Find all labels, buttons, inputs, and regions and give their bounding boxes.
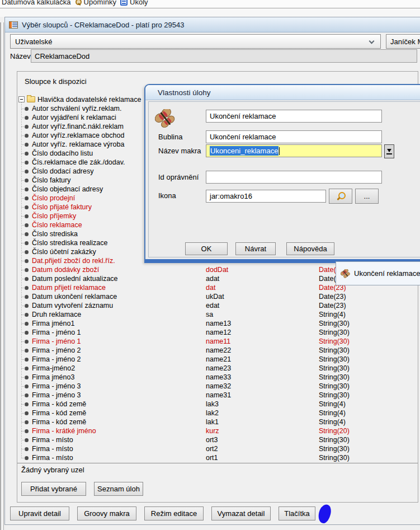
- table-row[interactable]: Datum vytvoření záznamuedatDate(23): [17, 301, 418, 310]
- tree-item-label: Dat.přijetí zboží do rekl.říz.: [32, 257, 115, 265]
- table-row[interactable]: Firma - místoort2String(30): [17, 444, 418, 453]
- menu-label: Datumová kalkulačka: [2, 0, 71, 6]
- tree-item-label: Datum poslední aktualizace: [32, 275, 118, 283]
- buttons-button[interactable]: Tlačítka: [279, 506, 315, 520]
- bullet-icon: [25, 331, 29, 335]
- macro-dropdown-button[interactable]: [384, 144, 394, 158]
- tree-root-label: Hlavička dodavatelské reklamace: [37, 96, 141, 104]
- collapse-expander-icon[interactable]: [18, 96, 25, 102]
- column-name: name31: [206, 391, 231, 399]
- tree-item-label: Firma - jméno 1: [32, 337, 81, 345]
- table-row[interactable]: Firma jméno1name13String(30): [17, 319, 418, 328]
- table-row[interactable]: Datum ukončení reklamaceukDatDate(23): [17, 292, 418, 301]
- column-type: String(30): [319, 445, 350, 453]
- column-type: String(30): [319, 346, 350, 354]
- table-row[interactable]: Druh reklamacesaString(4): [17, 310, 418, 319]
- column-name: name22: [206, 346, 231, 354]
- chevron-down-icon: [369, 39, 375, 44]
- background-window-edge: [0, 22, 4, 530]
- icon-label: Ikona: [158, 191, 176, 200]
- icon-field[interactable]: jar:omakro16: [206, 190, 326, 203]
- return-button[interactable]: Návrat: [235, 242, 276, 255]
- table-row[interactable]: Firma jméno3name33String(30): [17, 373, 418, 382]
- tree-item-label: Autor schválení vyříz.reklam.: [32, 105, 121, 112]
- tree-item-label: Autor vyříz.reklamace obchod: [32, 132, 124, 139]
- icon-browse-button[interactable]: ...: [355, 189, 379, 204]
- menu-item-upominky[interactable]: Upomínky: [75, 0, 117, 6]
- user-value: Janíček Mi: [390, 37, 420, 46]
- table-icon: [9, 21, 18, 29]
- column-type: String(30): [319, 436, 350, 444]
- table-row[interactable]: Firma - místoort1String(30): [17, 453, 418, 462]
- edit-mode-button[interactable]: Režim editace: [144, 506, 204, 520]
- tree-item-label: Čís.reklamace dle zák./dodav.: [32, 158, 125, 166]
- bullet-icon: [25, 322, 29, 326]
- edit-detail-button[interactable]: Upravit detail: [10, 506, 69, 520]
- table-row[interactable]: Firma - jméno 3name31String(30): [17, 391, 418, 400]
- tasks-icon: [120, 0, 128, 6]
- column-name: name12: [206, 329, 231, 336]
- table-row[interactable]: Firma-jméno2name23String(30): [17, 364, 418, 373]
- task-name-value: Ukončení reklamace: [210, 112, 276, 120]
- add-selected-button[interactable]: Přidat vybrané: [21, 482, 86, 496]
- table-row[interactable]: Firma - jméno 3name32String(30): [17, 382, 418, 391]
- table-row[interactable]: Firma - jméno 1name12String(30): [17, 328, 418, 337]
- window-titlebar[interactable]: Výběr sloupců - CReklamaceDod - platí pr…: [5, 17, 420, 32]
- name-field[interactable]: CReklamaceDod: [31, 49, 417, 63]
- help-button[interactable]: Nápověda: [286, 242, 334, 255]
- task-list-button[interactable]: Seznam úloh: [94, 482, 143, 496]
- bullet-icon: [25, 358, 29, 362]
- column-type: String(30): [319, 364, 350, 372]
- bublina-field[interactable]: Ukončení reklamace: [206, 130, 382, 143]
- tree-item-label: Číslo dodacího listu: [32, 149, 93, 157]
- tree-item-label: Firma - krátké jméno: [32, 427, 96, 435]
- dialog-titlebar[interactable]: Vlastnosti úlohy: [145, 85, 420, 100]
- table-row[interactable]: Firma - kód zemělak2String(4): [17, 409, 418, 418]
- bullet-icon: [25, 232, 29, 236]
- task-tooltip: Ukončení reklamace: [336, 261, 420, 285]
- tree-item-label: Číslo strediska realizace: [32, 239, 107, 247]
- table-row[interactable]: Firma - jméno 1name11String(30): [17, 337, 418, 346]
- permission-id-label: Id oprávnění: [158, 173, 199, 181]
- column-name: lak3: [206, 400, 219, 408]
- tree-item-label: Firma jméno1: [32, 320, 74, 327]
- background-strip: [0, 8, 420, 17]
- bullet-icon: [25, 259, 29, 263]
- table-row[interactable]: Firma - místoort3String(30): [17, 435, 418, 444]
- column-type: String(4): [319, 409, 346, 417]
- groovy-macros-button[interactable]: Groovy makra: [77, 506, 136, 520]
- column-name: name13: [206, 320, 231, 327]
- permission-id-field[interactable]: [206, 171, 382, 184]
- magnifier-icon: [75, 0, 82, 6]
- tree-item-label: Číslo faktury: [32, 176, 70, 184]
- column-name: ort3: [206, 436, 218, 444]
- tree-item-label: Firma - místo: [32, 454, 73, 462]
- name-label: Název: [10, 52, 31, 60]
- table-row[interactable]: Firma - kód zemělak3String(4): [17, 400, 418, 409]
- tree-item-label: Firma - kód země: [32, 409, 86, 417]
- menu-item-ukoly[interactable]: Úkoly: [120, 0, 148, 6]
- macro-name-field[interactable]: Ukonceni_reklamace: [206, 144, 382, 157]
- ok-button[interactable]: OK: [185, 242, 228, 255]
- icon-search-button[interactable]: [329, 189, 352, 204]
- butterfly-icon: [155, 109, 176, 128]
- task-name-field[interactable]: Ukončení reklamace: [206, 110, 382, 123]
- column-type: String(30): [319, 320, 350, 327]
- table-row[interactable]: Firma - krátké jménokurzString(20): [17, 426, 418, 435]
- menubar: Datumová kalkulačka Upomínky Úkoly: [0, 0, 420, 8]
- tree-item-label: Firma - jméno 3: [32, 382, 81, 390]
- menu-item-datumova-kalkulacka[interactable]: Datumová kalkulačka: [2, 0, 71, 6]
- table-row[interactable]: Firma - jméno 2name21String(30): [17, 355, 418, 364]
- column-type: String(30): [319, 337, 350, 345]
- column-name: name32: [206, 382, 231, 390]
- table-row[interactable]: Firma - jméno 2name22String(30): [17, 346, 418, 355]
- table-row[interactable]: Firma - kód zemělak1String(4): [17, 418, 418, 426]
- folder-icon: [27, 96, 35, 102]
- delete-detail-button[interactable]: Vymazat detail: [211, 506, 271, 520]
- bullet-icon: [25, 268, 29, 272]
- view-select-dropdown[interactable]: Uživatelské: [10, 34, 381, 49]
- user-field[interactable]: Janíček Mi: [386, 34, 420, 49]
- column-type: String(30): [319, 355, 350, 363]
- bullet-icon: [25, 376, 29, 379]
- bullet-icon: [25, 393, 29, 397]
